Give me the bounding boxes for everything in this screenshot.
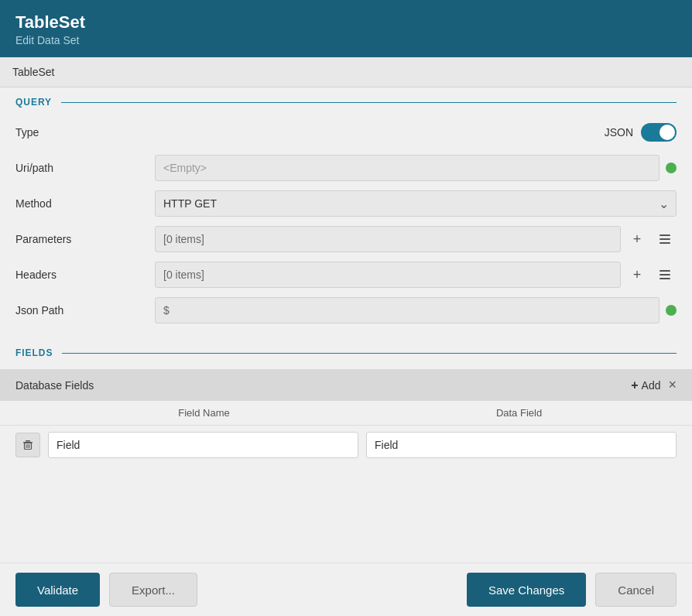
svg-rect-1 xyxy=(26,440,30,442)
app-title: TableSet xyxy=(15,12,677,33)
parameters-label: Parameters xyxy=(15,233,155,245)
json-path-row: Json Path xyxy=(15,296,677,324)
json-toggle[interactable] xyxy=(641,123,677,142)
headers-row: Headers + xyxy=(15,261,677,289)
data-field-input[interactable] xyxy=(366,432,677,458)
fields-section-label-area: FIELDS xyxy=(0,338,692,358)
table-column-headers: Field Name Data Field xyxy=(0,401,692,426)
cancel-button[interactable]: Cancel xyxy=(595,573,677,607)
column-field-name-header: Field Name xyxy=(15,407,361,419)
parameters-menu-btn[interactable] xyxy=(653,228,677,251)
fields-section-header: FIELDS xyxy=(15,347,677,358)
fields-section-line xyxy=(62,353,677,354)
headers-input[interactable] xyxy=(155,262,621,288)
query-section-line xyxy=(61,102,677,103)
uri-row: Uri/path xyxy=(15,154,677,182)
trash-icon xyxy=(22,439,34,451)
fields-add-plus-icon: + xyxy=(631,378,638,392)
fields-header-actions: + Add × xyxy=(631,377,677,393)
method-row: Method HTTP GET HTTP POST HTTP PUT HTTP … xyxy=(15,190,677,217)
fields-add-label: Add xyxy=(642,379,661,392)
query-section-label: QUERY xyxy=(15,97,52,108)
type-toggle-label: JSON xyxy=(605,126,633,139)
json-path-label: Json Path xyxy=(15,304,155,317)
table-row xyxy=(0,426,692,464)
dataset-name-text: TableSet xyxy=(12,66,54,78)
type-toggle-group: JSON xyxy=(605,123,677,142)
headers-label: Headers xyxy=(15,269,155,281)
headers-control: + xyxy=(155,262,677,288)
database-fields-bar: Database Fields + Add × xyxy=(0,369,692,401)
json-path-control xyxy=(155,297,677,323)
app-subtitle: Edit Data Set xyxy=(15,34,677,46)
footer: Validate Export... Save Changes Cancel xyxy=(0,563,692,616)
validate-button[interactable]: Validate xyxy=(15,573,100,607)
toggle-knob xyxy=(659,125,675,140)
headers-hamburger-icon xyxy=(659,270,670,279)
content-area: TableSet QUERY Type JSON xyxy=(0,57,692,563)
parameters-control: + xyxy=(155,226,677,252)
uri-status-dot xyxy=(666,163,677,173)
headers-menu-btn[interactable] xyxy=(653,263,677,286)
headers-field-row: + xyxy=(155,262,677,288)
column-data-field-header: Data Field xyxy=(361,407,677,419)
delete-row-button[interactable] xyxy=(15,433,40,457)
method-select-wrapper: HTTP GET HTTP POST HTTP PUT HTTP DELETE … xyxy=(155,190,677,217)
parameters-hamburger-icon xyxy=(659,234,670,244)
type-control: JSON xyxy=(155,123,677,142)
uri-label: Uri/path xyxy=(15,162,155,174)
parameters-input[interactable] xyxy=(155,226,621,252)
database-fields-label: Database Fields xyxy=(15,379,94,392)
query-section-header: QUERY xyxy=(15,97,677,108)
method-label: Method xyxy=(15,197,155,210)
headers-add-btn[interactable]: + xyxy=(625,263,649,286)
method-control: HTTP GET HTTP POST HTTP PUT HTTP DELETE … xyxy=(155,190,677,217)
json-path-input[interactable] xyxy=(155,297,659,323)
parameters-add-btn[interactable]: + xyxy=(625,228,649,251)
save-changes-button[interactable]: Save Changes xyxy=(467,573,586,607)
method-select[interactable]: HTTP GET HTTP POST HTTP PUT HTTP DELETE xyxy=(155,190,677,217)
json-path-status-dot xyxy=(666,305,677,316)
field-name-input[interactable] xyxy=(48,432,358,458)
parameters-row: Parameters + xyxy=(15,225,677,253)
app-container: TableSet Edit Data Set TableSet QUERY Ty… xyxy=(0,0,692,616)
parameters-field-row: + xyxy=(155,226,677,252)
uri-control xyxy=(155,155,677,181)
type-row: Type JSON xyxy=(15,118,677,146)
header: TableSet Edit Data Set xyxy=(0,0,692,57)
uri-input[interactable] xyxy=(155,155,659,181)
dataset-name-row: TableSet xyxy=(0,57,692,87)
export-button[interactable]: Export... xyxy=(109,573,197,607)
type-label: Type xyxy=(15,126,155,139)
fields-close-button[interactable]: × xyxy=(668,377,677,393)
query-section: QUERY Type JSON Uri/path xyxy=(0,87,692,338)
fields-section-label: FIELDS xyxy=(15,347,53,358)
fields-add-button[interactable]: + Add xyxy=(631,378,660,392)
fields-section: FIELDS Database Fields + Add × Field Nam… xyxy=(0,338,692,464)
